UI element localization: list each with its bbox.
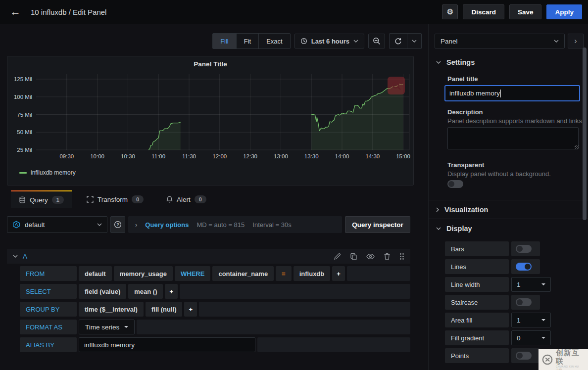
lines-toggle[interactable] bbox=[516, 263, 532, 271]
settings-section-header[interactable]: Settings bbox=[429, 58, 475, 66]
from-measurement-segment[interactable]: memory_usage bbox=[114, 266, 173, 281]
gear-icon[interactable]: ⚙ bbox=[442, 4, 458, 19]
time-range-picker[interactable]: Last 6 hours bbox=[294, 34, 364, 48]
points-toggle-box bbox=[511, 348, 540, 363]
sidebar-scrollbar[interactable] bbox=[583, 47, 587, 220]
back-arrow-icon[interactable]: ← bbox=[0, 5, 31, 18]
fill-gradient-select[interactable]: 0 bbox=[511, 330, 551, 345]
from-label[interactable]: FROM bbox=[20, 266, 77, 281]
svg-text:14:00: 14:00 bbox=[335, 153, 349, 159]
chevron-right-icon bbox=[436, 207, 439, 212]
alias-by-input[interactable] bbox=[79, 337, 255, 352]
query-select-row: SELECT field (value) mean () + bbox=[7, 284, 410, 299]
query-inspector-button[interactable]: Query inspector bbox=[345, 216, 410, 233]
query-from-row: FROM default memory_usage WHERE containe… bbox=[7, 266, 410, 281]
alias-by-label[interactable]: ALIAS BY bbox=[20, 337, 77, 352]
apply-button[interactable]: Apply bbox=[546, 4, 582, 19]
refresh-interval-dropdown[interactable] bbox=[407, 34, 421, 48]
from-db-segment[interactable]: default bbox=[79, 266, 112, 281]
visualization-section-header[interactable]: Visualization bbox=[429, 206, 488, 214]
svg-text:13:30: 13:30 bbox=[304, 153, 319, 159]
save-button[interactable]: Save bbox=[509, 4, 542, 19]
exact-button[interactable]: Exact bbox=[259, 34, 290, 48]
editor-tabs: Query 1 Transform 0 Alert 0 bbox=[7, 190, 221, 208]
drag-handle-icon[interactable] bbox=[399, 253, 404, 260]
panel-title-input[interactable]: inflluxdb memory bbox=[444, 85, 580, 101]
legend-series-label[interactable]: inflluxdb memory bbox=[31, 169, 76, 176]
eye-icon[interactable] bbox=[366, 253, 375, 260]
caret-down-icon bbox=[541, 319, 545, 321]
add-select-button[interactable]: + bbox=[165, 284, 178, 299]
edit-pencil-icon[interactable] bbox=[334, 253, 341, 260]
visualization-title: Visualization bbox=[444, 206, 488, 214]
where-key-segment[interactable]: container_name bbox=[212, 266, 274, 281]
svg-text:10:30: 10:30 bbox=[121, 153, 135, 159]
datasource-help-icon[interactable]: ? bbox=[110, 216, 125, 233]
groupby-time-segment[interactable]: time ($__interval) bbox=[79, 302, 144, 317]
time-series-chart[interactable]: 09:3010:0010:3011:0011:3012:0012:3013:00… bbox=[10, 70, 410, 164]
tab-query[interactable]: Query 1 bbox=[11, 190, 72, 208]
description-textarea[interactable] bbox=[447, 127, 579, 149]
groupby-label[interactable]: GROUP BY bbox=[20, 302, 77, 317]
discard-button[interactable]: Discard bbox=[463, 4, 504, 19]
area-fill-select[interactable]: 1 bbox=[511, 313, 551, 327]
fill-button[interactable]: Fill bbox=[213, 34, 237, 48]
grafana-edit-panel: ← 10 influxdb / Edit Panel ⚙ Discard Sav… bbox=[0, 0, 588, 370]
line-width-select[interactable]: 1 bbox=[511, 277, 551, 292]
transparent-toggle[interactable] bbox=[447, 180, 463, 188]
watermark-logo-icon bbox=[541, 353, 553, 366]
zoom-out-button[interactable] bbox=[368, 34, 385, 48]
bars-label: Bars bbox=[445, 241, 509, 256]
svg-text:125 Mil: 125 Mil bbox=[14, 76, 32, 82]
top-bar-actions: ⚙ Discard Save Apply bbox=[442, 4, 588, 19]
duplicate-icon[interactable] bbox=[350, 253, 357, 260]
svg-text:100 Mil: 100 Mil bbox=[14, 94, 32, 100]
chevron-down-icon bbox=[554, 40, 559, 43]
datasource-select[interactable]: default bbox=[7, 216, 107, 233]
panel-options-select[interactable]: Panel bbox=[435, 34, 565, 48]
groupby-fill-segment[interactable]: fill (null) bbox=[146, 302, 183, 317]
trash-icon[interactable] bbox=[384, 253, 391, 260]
svg-text:10:00: 10:00 bbox=[90, 153, 104, 159]
select-fn-segment[interactable]: mean () bbox=[128, 284, 163, 299]
query-row-header[interactable]: A bbox=[7, 249, 410, 264]
tab-alert[interactable]: Alert 0 bbox=[158, 190, 214, 208]
format-as-label[interactable]: FORMAT AS bbox=[20, 320, 77, 334]
collapse-sidebar-button[interactable]: › bbox=[568, 34, 584, 48]
legend-series-swatch bbox=[19, 172, 27, 174]
section-divider bbox=[429, 219, 588, 219]
points-label: Points bbox=[445, 348, 509, 363]
add-groupby-button[interactable]: + bbox=[184, 302, 197, 317]
database-icon bbox=[19, 196, 26, 203]
query-options-label[interactable]: Query options bbox=[145, 221, 189, 229]
select-field-segment[interactable]: field (value) bbox=[79, 284, 126, 299]
tab-transform[interactable]: Transform 0 bbox=[79, 190, 151, 208]
magnifier-overlay-icon bbox=[388, 77, 405, 94]
refresh-button[interactable] bbox=[390, 34, 407, 48]
select-label[interactable]: SELECT bbox=[20, 284, 77, 299]
query-options-bar[interactable]: › Query options MD = auto = 815 Interval… bbox=[128, 216, 342, 233]
tab-transform-badge: 0 bbox=[132, 195, 144, 203]
tab-alert-label: Alert bbox=[177, 196, 191, 203]
fill-gradient-label: Fill gradient bbox=[445, 330, 509, 345]
description-hint: Panel description supports markdown and … bbox=[429, 117, 584, 125]
line-width-value: 1 bbox=[517, 281, 521, 288]
fit-button[interactable]: Fit bbox=[237, 34, 259, 48]
tab-query-label: Query bbox=[30, 196, 48, 204]
format-as-select[interactable]: Time series bbox=[79, 320, 135, 334]
textarea-resize-handle[interactable] bbox=[575, 145, 579, 149]
bars-toggle[interactable] bbox=[516, 245, 532, 253]
tab-transform-label: Transform bbox=[98, 196, 128, 203]
display-section-header[interactable]: Display bbox=[429, 225, 472, 232]
transform-icon bbox=[87, 196, 94, 203]
where-keyword-segment[interactable]: WHERE bbox=[175, 266, 210, 281]
add-condition-button[interactable]: + bbox=[332, 266, 345, 281]
pane-size-group: Fill Fit Exact bbox=[212, 33, 291, 49]
chevron-down-icon bbox=[412, 40, 417, 43]
staircase-toggle[interactable] bbox=[516, 298, 532, 306]
where-value-segment[interactable]: influxdb bbox=[294, 266, 331, 281]
points-toggle[interactable] bbox=[516, 352, 532, 360]
where-operator-segment[interactable]: = bbox=[276, 266, 292, 281]
watermark-name: 创新互联 bbox=[556, 348, 585, 365]
svg-text:12:30: 12:30 bbox=[243, 153, 257, 159]
